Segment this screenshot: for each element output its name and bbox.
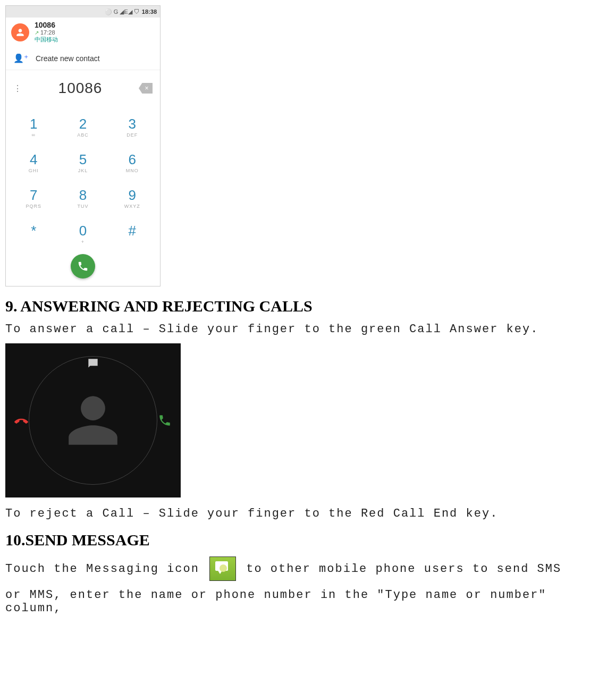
- key-3[interactable]: 3DEF: [107, 107, 157, 143]
- heading-10: 10.SEND MESSAGE: [5, 531, 594, 549]
- key-2[interactable]: 2ABC: [58, 107, 108, 143]
- contact-avatar-icon: [11, 23, 29, 41]
- dialed-number: 10086: [22, 80, 139, 97]
- key-hash[interactable]: #: [107, 214, 157, 250]
- key-num: 2: [58, 116, 108, 132]
- overflow-menu-icon[interactable]: ⋮: [13, 83, 22, 94]
- key-8[interactable]: 8TUV: [58, 179, 108, 214]
- key-num: *: [9, 223, 58, 239]
- key-sub: MNO: [107, 168, 157, 173]
- keypad: 1∞ 2ABC 3DEF 4GHI 5JKL 6MNO 7PQRS 8TUV 9…: [6, 102, 160, 250]
- status-icons: ⚪ G ◢E◢ ⛉: [105, 9, 140, 15]
- key-1[interactable]: 1∞: [9, 107, 58, 143]
- contact-info: 10086 ↗ 17:28 中国移动: [35, 21, 155, 44]
- recent-contact-row[interactable]: 10086 ↗ 17:28 中国移动: [6, 18, 160, 47]
- messaging-app-icon: [209, 556, 236, 581]
- key-num: 7: [9, 187, 58, 204]
- key-num: 6: [107, 151, 157, 168]
- key-num: #: [107, 223, 157, 239]
- key-num: 3: [107, 116, 157, 132]
- send-post-text: to other mobile phone users to send SMS: [246, 562, 561, 576]
- call-button[interactable]: [71, 254, 95, 279]
- key-star[interactable]: *: [9, 214, 58, 250]
- key-sub: TUV: [58, 204, 108, 209]
- key-sub: WXYZ: [107, 204, 157, 209]
- add-contact-icon: 👤⁺: [13, 53, 28, 63]
- key-num: 4: [9, 151, 58, 168]
- key-num: 0: [58, 223, 108, 239]
- reject-call-icon[interactable]: [14, 413, 29, 428]
- call-button-row: [6, 250, 160, 286]
- reject-text: To reject a Call – Slide your finger to …: [5, 507, 594, 520]
- send-pre-text: Touch the Messaging icon: [5, 562, 207, 576]
- create-contact-label: Create new contact: [36, 54, 100, 63]
- heading-9: 9. ANSWERING AND REJECTING CALLS: [5, 297, 594, 315]
- key-5[interactable]: 5JKL: [58, 143, 108, 179]
- status-time: 18:38: [142, 9, 157, 15]
- key-sub: GHI: [9, 168, 58, 173]
- phone-icon: [77, 260, 89, 272]
- key-num: 1: [9, 116, 58, 132]
- contact-subline: ↗ 17:28: [35, 29, 155, 36]
- caller-avatar-icon: [64, 391, 122, 450]
- key-num: 8: [58, 187, 108, 204]
- outgoing-icon: ↗: [35, 30, 39, 36]
- status-bar: ⚪ G ◢E◢ ⛉ 18:38: [6, 6, 160, 18]
- key-sub: JKL: [58, 168, 108, 173]
- contact-name: 10086: [35, 21, 155, 29]
- message-reply-icon[interactable]: [86, 356, 100, 371]
- key-6[interactable]: 6MNO: [107, 143, 157, 179]
- backspace-icon[interactable]: [139, 83, 153, 94]
- answer-call-icon[interactable]: [157, 413, 172, 428]
- contact-call-time: 17:28: [40, 29, 55, 36]
- incoming-call-screenshot: [5, 343, 181, 497]
- key-0[interactable]: 0+: [58, 214, 108, 250]
- key-7[interactable]: 7PQRS: [9, 179, 58, 214]
- key-sub: ∞: [9, 132, 58, 138]
- key-sub: PQRS: [9, 204, 58, 209]
- create-new-contact[interactable]: 👤⁺ Create new contact: [6, 47, 160, 70]
- carrier-label: 中国移动: [35, 36, 155, 44]
- send-message-line2: or MMS, enter the name or phone number i…: [5, 588, 594, 615]
- key-num: 9: [107, 187, 157, 204]
- key-4[interactable]: 4GHI: [9, 143, 58, 179]
- key-num: 5: [58, 151, 108, 168]
- key-sub: ABC: [58, 132, 108, 138]
- key-sub: DEF: [107, 132, 157, 138]
- dialer-screenshot: ⚪ G ◢E◢ ⛉ 18:38 10086 ↗ 17:28 中国移动 👤⁺ Cr…: [5, 5, 161, 286]
- dial-display-row: ⋮ 10086: [6, 70, 160, 102]
- key-9[interactable]: 9WXYZ: [107, 179, 157, 214]
- send-message-line1: Touch the Messaging icon to other mobile…: [5, 556, 594, 581]
- key-sub: +: [58, 239, 108, 244]
- answer-text: To answer a call – Slide your finger to …: [5, 323, 594, 336]
